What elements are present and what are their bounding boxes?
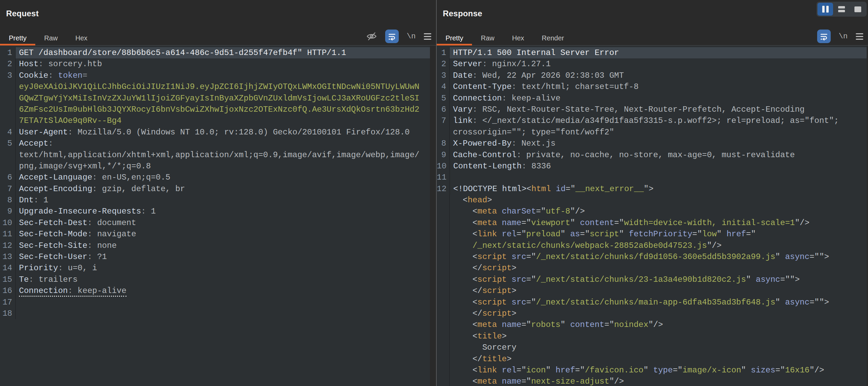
code-line: 8Dnt: 1 — [0, 195, 430, 206]
line-content: Priority: u=0, i — [16, 262, 430, 274]
code-line: <script src="/_next/static/chunks/23-1a3… — [437, 274, 867, 285]
code-line: 13Sec-Fetch-User: ?1 — [0, 251, 430, 262]
code-line: 6Accept-Language: en-US,en;q=0.5 — [0, 172, 430, 183]
line-content: Dnt: 1 — [16, 195, 430, 206]
line-number: 1 — [437, 47, 450, 58]
response-editor[interactable]: 1HTTP/1.1 500 Internal Server Error2Serv… — [437, 45, 867, 386]
code-line: png,image/svg+xml,*/*;q=0.8 — [0, 161, 430, 172]
line-content: <script src="/_next/static/chunks/23-1a3… — [450, 274, 867, 285]
line-content: Vary: RSC, Next-Router-State-Tree, Next-… — [450, 104, 867, 115]
code-line: 4Content-Type: text/html; charset=utf-8 — [437, 81, 867, 92]
line-number: 8 — [0, 195, 16, 206]
response-tab-hex[interactable]: Hex — [503, 31, 533, 45]
line-number — [437, 376, 450, 386]
line-number — [437, 274, 450, 285]
line-content: Sec-Fetch-Dest: document — [16, 217, 430, 228]
line-content — [450, 172, 867, 183]
line-number — [437, 342, 450, 353]
code-line: 18 — [0, 308, 430, 319]
line-content: Sec-Fetch-User: ?1 — [16, 251, 430, 262]
code-line: 1HTTP/1.1 500 Internal Server Error — [437, 47, 867, 58]
menu-icon[interactable] — [424, 33, 431, 40]
line-content: Host: sorcery.htb — [16, 58, 430, 70]
code-line: 12<!DOCTYPE html><html id="__next_error_… — [437, 183, 867, 195]
line-content: text/html,application/xhtml+xml,applicat… — [16, 149, 430, 161]
line-number: 12 — [437, 183, 450, 195]
line-number — [437, 240, 450, 251]
line-number — [0, 93, 16, 104]
line-number: 9 — [437, 149, 450, 161]
code-line: 8X-Powered-By: Next.js — [437, 138, 867, 149]
request-tab-raw[interactable]: Raw — [35, 31, 66, 45]
line-content: Accept: — [16, 138, 430, 149]
response-tab-render[interactable]: Render — [533, 31, 573, 45]
response-tabbar: PrettyRawHexRender \n — [437, 31, 868, 45]
code-line: GQwZTgwYjYxMiIsInVzZXJuYW1lIjoiZGFyayIsI… — [0, 93, 430, 104]
code-line: 10Sec-Fetch-Dest: document — [0, 217, 430, 228]
code-line: text/html,application/xhtml+xml,applicat… — [0, 149, 430, 161]
line-content: Cache-Control: private, no-cache, no-sto… — [450, 149, 867, 161]
response-panel-header: Response PrettyRawHexRender \n — [437, 0, 868, 45]
response-tab-pretty[interactable]: Pretty — [437, 31, 472, 45]
code-line: 12Sec-Fetch-Site: none — [0, 240, 430, 251]
code-line: 5Connection: keep-alive — [437, 93, 867, 104]
line-number: 6 — [437, 104, 450, 115]
line-number — [437, 195, 450, 206]
code-line: 17 — [0, 297, 430, 308]
line-content: Upgrade-Insecure-Requests: 1 — [16, 206, 430, 217]
code-line: 9Upgrade-Insecure-Requests: 1 — [0, 206, 430, 217]
code-line: </script> — [437, 308, 867, 319]
line-content: Sorcery — [450, 342, 867, 353]
line-content: Sec-Fetch-Site: none — [16, 240, 430, 251]
code-line: 10Content-Length: 8336 — [437, 161, 867, 172]
line-number: 3 — [0, 70, 16, 81]
line-content: Connection: keep-alive — [450, 93, 867, 104]
line-content: crossorigin=""; type="font/woff2" — [450, 127, 867, 138]
line-number — [437, 285, 450, 296]
code-line: <meta name="robots" content="noindex"/> — [437, 319, 867, 330]
line-content: /_next/static/chunks/webpack-28852a6be0d… — [450, 240, 867, 251]
line-number: 10 — [437, 161, 450, 172]
line-content: </script> — [450, 262, 867, 274]
code-line: 11Sec-Fetch-Mode: navigate — [0, 228, 430, 240]
code-line: 11 — [437, 172, 867, 183]
split-columns-layout-button[interactable] — [817, 3, 833, 16]
eye-off-icon[interactable] — [366, 31, 377, 42]
code-line: 14Priority: u=0, i — [0, 262, 430, 274]
panel-split-divider[interactable] — [436, 0, 437, 386]
line-number — [437, 353, 450, 365]
code-line: 4User-Agent: Mozilla/5.0 (Windows NT 10.… — [0, 127, 430, 138]
line-number — [437, 319, 450, 330]
line-content: Content-Type: text/html; charset=utf-8 — [450, 81, 867, 92]
show-newlines-button[interactable]: \n — [407, 32, 416, 41]
line-content: Server: nginx/1.27.1 — [450, 58, 867, 70]
code-line: 3Cookie: token= — [0, 70, 430, 81]
word-wrap-button[interactable] — [817, 30, 831, 43]
word-wrap-button[interactable] — [385, 30, 399, 43]
line-content: HTTP/1.1 500 Internal Server Error — [450, 47, 867, 58]
request-editor[interactable]: 1GET /dashboard/store/88b6b6c5-a614-486c… — [0, 45, 430, 386]
line-content: png,image/svg+xml,*/*;q=0.8 — [16, 161, 430, 172]
single-view-layout-button[interactable] — [850, 3, 866, 16]
code-line: 3Date: Wed, 22 Apr 2026 02:38:03 GMT — [437, 70, 867, 81]
menu-icon[interactable] — [856, 33, 863, 40]
line-number: 12 — [0, 240, 16, 251]
code-line: 6Vary: RSC, Next-Router-State-Tree, Next… — [437, 104, 867, 115]
http-message-editor: Request PrettyRawHex \n 1GET /dashboard/… — [0, 0, 868, 386]
request-panel: Request PrettyRawHex \n 1GET /dashboard/… — [0, 0, 436, 386]
split-rows-layout-button[interactable] — [834, 3, 849, 16]
request-tab-pretty[interactable]: Pretty — [0, 31, 35, 45]
show-newlines-button[interactable]: \n — [839, 32, 848, 41]
code-line: /_next/static/chunks/webpack-28852a6be0d… — [437, 240, 867, 251]
line-number — [437, 308, 450, 319]
request-tab-hex[interactable]: Hex — [66, 31, 96, 45]
line-number: 2 — [0, 58, 16, 70]
line-number — [0, 81, 16, 92]
line-content: X-Powered-By: Next.js — [450, 138, 867, 149]
line-content: Accept-Encoding: gzip, deflate, br — [16, 183, 430, 195]
code-line: <script src="/_next/static/chunks/fd9d10… — [437, 251, 867, 262]
code-line: crossorigin=""; type="font/woff2" — [437, 127, 867, 138]
response-tab-raw[interactable]: Raw — [472, 31, 503, 45]
line-content: <meta name="viewport" content="width=dev… — [450, 217, 867, 228]
line-number: 11 — [437, 172, 450, 183]
